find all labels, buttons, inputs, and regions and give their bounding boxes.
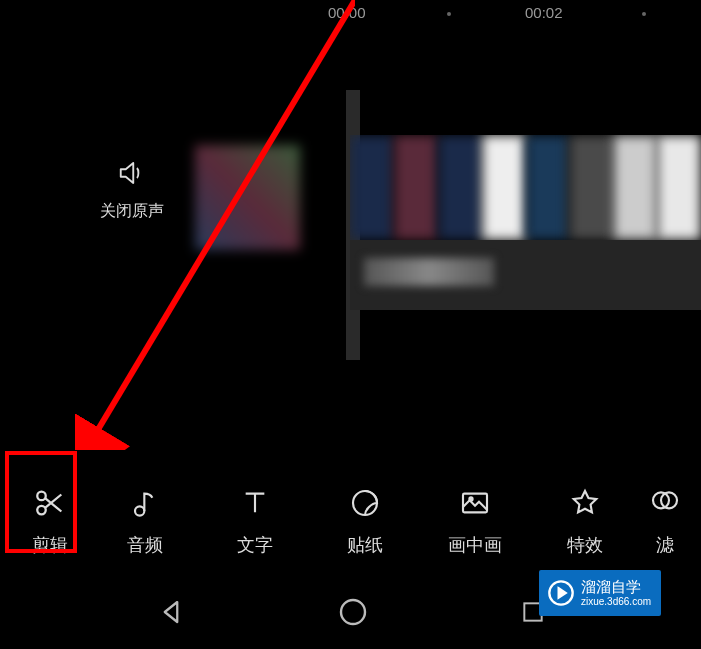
watermark-sub: zixue.3d66.com [581,596,651,608]
speaker-icon [115,155,149,191]
mute-label: 关闭原声 [100,201,164,222]
svg-point-9 [341,600,365,624]
time-marker: 00:00 [328,4,366,21]
tool-label: 贴纸 [347,533,383,557]
time-tick [642,12,646,16]
tool-filter[interactable]: 滤 [640,485,690,557]
secondary-track[interactable] [350,240,701,310]
tool-label: 画中画 [448,533,502,557]
tool-sticker[interactable]: 贴纸 [310,485,420,557]
sticker-icon [349,485,381,521]
tool-edit[interactable]: 剪辑 [10,485,90,557]
bottom-toolbar: 剪辑 音频 文字 贴纸 画中画 [0,468,701,574]
tool-label: 特效 [567,533,603,557]
tool-label: 文字 [237,533,273,557]
svg-point-3 [135,506,144,515]
svg-point-6 [469,497,472,500]
time-marker: 00:02 [525,4,563,21]
picture-in-picture-icon [459,485,491,521]
android-back-button[interactable] [156,597,186,627]
tool-text[interactable]: 文字 [200,485,310,557]
tool-audio[interactable]: 音频 [90,485,200,557]
tool-label: 滤 [656,533,674,557]
time-tick [447,12,451,16]
android-home-button[interactable] [337,596,369,628]
text-icon [239,485,271,521]
music-note-icon [129,485,161,521]
timeline-area: 00:00 00:02 关闭原声 [0,0,701,445]
play-icon [547,579,575,607]
filter-icon [649,485,681,521]
clip-thumbnail[interactable] [195,145,300,250]
time-ruler: 00:00 00:02 [0,0,701,24]
watermark-title: 溜溜自学 [581,578,651,596]
tool-pip[interactable]: 画中画 [420,485,530,557]
video-track[interactable] [350,135,701,240]
scissors-icon [33,485,67,521]
star-icon [569,485,601,521]
watermark: 溜溜自学 zixue.3d66.com [539,570,661,616]
tool-label: 剪辑 [32,533,68,557]
tool-effects[interactable]: 特效 [530,485,640,557]
tool-label: 音频 [127,533,163,557]
mute-original-audio-button[interactable]: 关闭原声 [100,155,164,222]
